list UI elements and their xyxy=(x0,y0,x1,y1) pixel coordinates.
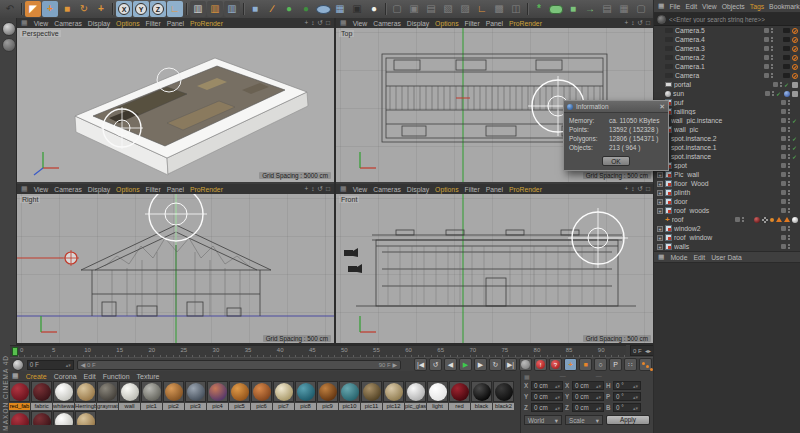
layer-chip[interactable] xyxy=(781,100,786,105)
object-row[interactable]: portal✓ xyxy=(654,80,800,89)
object-name[interactable]: walls xyxy=(674,243,779,250)
material-preview[interactable] xyxy=(31,411,52,425)
dialog-titlebar[interactable]: Information ✕ xyxy=(564,101,668,113)
move-tool-icon[interactable]: + xyxy=(42,1,58,17)
rotate-icon[interactable]: ↺ xyxy=(638,19,643,27)
cam-tag-icon[interactable] xyxy=(783,28,790,33)
panel-grip-icon[interactable]: ▦ xyxy=(340,185,347,193)
object-name[interactable]: door xyxy=(674,198,779,205)
undo-icon[interactable]: ↶ xyxy=(2,1,18,17)
object-row[interactable]: +door xyxy=(654,197,800,206)
frame-field[interactable]: 0 F ◂▸ xyxy=(630,345,654,356)
object-menu-file[interactable]: File xyxy=(669,3,680,10)
visibility-dots[interactable] xyxy=(788,118,790,123)
keying-options-button[interactable] xyxy=(639,358,652,371)
render-picture-viewer-icon[interactable]: ▥ xyxy=(207,1,223,17)
attribute-menu-user-data[interactable]: User Data xyxy=(711,254,742,261)
expand-icon[interactable]: + xyxy=(657,190,663,196)
live-selection-icon[interactable]: ◤ xyxy=(25,1,41,17)
expand-icon[interactable]: + xyxy=(657,235,663,241)
object-name[interactable]: Camera.4 xyxy=(675,36,762,43)
coord-field[interactable]: 0 cm▴▾ xyxy=(572,403,604,412)
object-name[interactable]: railings xyxy=(674,108,779,115)
material-preview[interactable] xyxy=(97,381,118,402)
material-menu-texture[interactable]: Texture xyxy=(137,373,160,380)
viewport-menu-options[interactable]: Options xyxy=(435,20,458,27)
layer-chip[interactable] xyxy=(781,244,786,249)
light-object-icon[interactable]: ● xyxy=(366,1,382,17)
cube-primitive-icon[interactable]: ■ xyxy=(247,1,263,17)
material-item[interactable]: graymat xyxy=(97,381,118,410)
close-icon[interactable]: ✕ xyxy=(659,103,665,111)
material-item[interactable]: pic10 xyxy=(339,381,360,410)
previous-frame-button[interactable]: ◀ xyxy=(444,358,457,371)
object-row[interactable]: +puf xyxy=(654,98,800,107)
material-item[interactable]: pic5 xyxy=(229,381,250,410)
next-key-button[interactable]: ↻ xyxy=(489,358,502,371)
stepper-icon[interactable]: ▴▾ xyxy=(66,363,71,367)
maximize-icon[interactable]: □ xyxy=(326,185,330,193)
layer-chip[interactable] xyxy=(781,136,786,141)
layer-chip[interactable] xyxy=(781,163,786,168)
layer-chip[interactable] xyxy=(781,145,786,150)
lock-x-icon[interactable]: X xyxy=(116,1,132,17)
rotate-icon[interactable]: ↺ xyxy=(318,19,323,27)
object-name[interactable]: roof_window xyxy=(674,234,779,241)
layer-chip[interactable] xyxy=(764,28,769,33)
object-name[interactable]: Camera.3 xyxy=(675,45,762,52)
visibility-dots[interactable] xyxy=(788,127,790,132)
material-preview[interactable] xyxy=(207,381,228,402)
material-name[interactable]: pic1 xyxy=(141,403,162,410)
floor-object-icon[interactable] xyxy=(315,1,331,17)
workplane-icon[interactable]: → xyxy=(582,1,598,17)
visibility-dots[interactable] xyxy=(788,163,790,168)
quantize-icon[interactable]: ■ xyxy=(565,1,581,17)
viewport-menu-cameras[interactable]: Cameras xyxy=(54,20,82,27)
material-name[interactable]: graymat xyxy=(97,403,118,410)
material-preview[interactable] xyxy=(31,381,52,402)
zoom-icon[interactable]: ↕ xyxy=(311,185,314,193)
visibility-dots[interactable] xyxy=(771,73,773,78)
material-name[interactable]: pic_glas xyxy=(405,403,426,410)
panel-grip-icon[interactable]: ▦ xyxy=(12,372,19,380)
material-name[interactable]: Herringb xyxy=(75,403,96,410)
layer-chip[interactable] xyxy=(735,217,740,222)
noentry-tag-icon[interactable] xyxy=(792,64,798,70)
material-item[interactable]: pic4 xyxy=(207,381,228,410)
material-name[interactable]: pic6 xyxy=(251,403,272,410)
coord-space-select[interactable]: World▾ xyxy=(524,415,562,425)
stepper-icon[interactable]: ▴▾ xyxy=(555,406,560,410)
enable-snap-icon[interactable] xyxy=(548,1,564,17)
material-item-partial[interactable] xyxy=(75,411,96,425)
expand-icon[interactable]: + xyxy=(657,199,663,205)
expand-icon[interactable]: + xyxy=(657,181,663,187)
stepper-icon[interactable]: ▴▾ xyxy=(596,406,601,410)
object-row[interactable]: »spot.instance.1✓ xyxy=(654,143,800,152)
zoom-icon[interactable]: ↕ xyxy=(631,185,634,193)
material-preview[interactable] xyxy=(317,381,338,402)
visibility-dots[interactable] xyxy=(788,172,790,177)
layer-chip[interactable] xyxy=(781,226,786,231)
viewport-perspective[interactable]: ▦ViewCamerasDisplayOptionsFilterPanelPro… xyxy=(17,18,334,182)
next-frame-button[interactable]: ▶ xyxy=(474,358,487,371)
viewport-menu-options[interactable]: Options xyxy=(116,20,139,27)
visibility-dots[interactable] xyxy=(788,100,790,105)
matred-tag-icon[interactable] xyxy=(754,217,760,223)
object-name[interactable]: Camera.2 xyxy=(675,54,762,61)
coord-field[interactable]: 0 °▴▾ xyxy=(613,392,641,401)
material-preview[interactable] xyxy=(295,381,316,402)
material-name[interactable]: pic5 xyxy=(229,403,250,410)
layer-chip[interactable] xyxy=(781,235,786,240)
stepper-icon[interactable]: ▴▾ xyxy=(596,395,601,399)
material-preview[interactable] xyxy=(449,381,470,402)
coord-field[interactable]: 0 cm▴▾ xyxy=(572,381,604,390)
autokey-button[interactable]: ! xyxy=(534,358,547,371)
material-name[interactable]: black2 xyxy=(493,403,514,410)
object-row[interactable]: sun✓ xyxy=(654,89,800,98)
visibility-dots[interactable] xyxy=(788,181,790,186)
material-item[interactable]: pic8 xyxy=(295,381,316,410)
enabled-check[interactable]: ✓ xyxy=(792,117,798,124)
material-item[interactable]: red_fab xyxy=(9,381,30,410)
material-item[interactable]: pic2 xyxy=(163,381,184,410)
axis-tool-icon[interactable]: ∟ xyxy=(474,1,490,17)
